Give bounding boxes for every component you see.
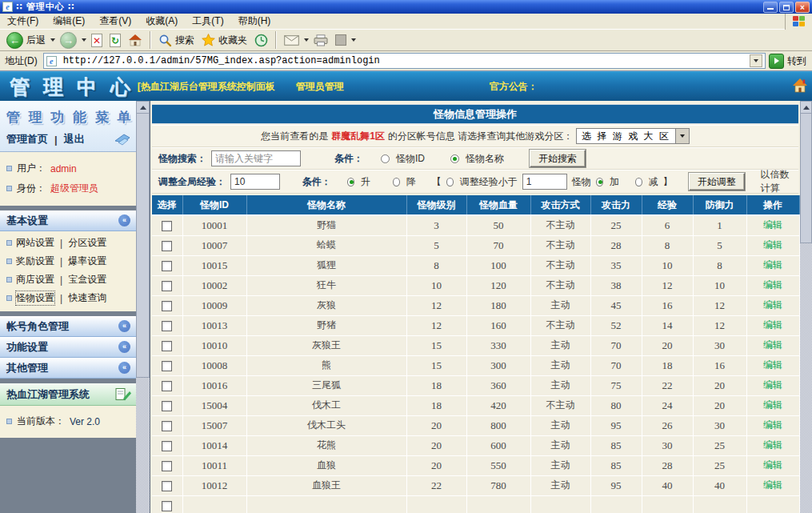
- radio-monster-name[interactable]: [450, 154, 459, 163]
- row-checkbox[interactable]: [162, 301, 172, 311]
- scrollbar-thumb[interactable]: [136, 114, 150, 378]
- back-dropdown-icon[interactable]: [50, 38, 55, 42]
- address-url[interactable]: http://127.0.0.1/admin/57MG_index.asp?ac…: [63, 55, 746, 66]
- menu-favorites[interactable]: 收藏(A): [138, 14, 185, 29]
- close-button[interactable]: ×: [795, 2, 810, 13]
- zone-select[interactable]: 选 择 游 戏 大 区: [576, 128, 690, 144]
- row-checkbox[interactable]: [162, 421, 172, 431]
- row-checkbox[interactable]: [162, 481, 172, 491]
- edit-link[interactable]: 编辑: [763, 239, 782, 250]
- menu-tools[interactable]: 工具(T): [185, 14, 230, 29]
- exp-multiplier-input[interactable]: [230, 174, 280, 190]
- print-button[interactable]: [311, 34, 330, 47]
- address-dropdown-button[interactable]: [750, 54, 762, 67]
- chevron-down-icon[interactable]: «: [118, 214, 130, 226]
- edit-link[interactable]: 编辑: [763, 479, 782, 491]
- link-zone-settings[interactable]: 分区设置: [68, 236, 106, 250]
- radio-exp-down-label[interactable]: 降: [406, 175, 416, 189]
- row-checkbox[interactable]: [162, 221, 172, 231]
- history-button[interactable]: [252, 33, 270, 48]
- row-checkbox[interactable]: [162, 281, 172, 291]
- row-checkbox[interactable]: [162, 501, 172, 511]
- section-other-management[interactable]: 其他管理 «: [0, 358, 136, 379]
- edit-button[interactable]: [333, 34, 349, 46]
- scrollbar-thumb[interactable]: [800, 114, 812, 243]
- link-quick-search[interactable]: 快速查询: [68, 291, 106, 305]
- menu-edit[interactable]: 编辑(E): [46, 14, 92, 29]
- link-site-settings[interactable]: 网站设置: [16, 236, 54, 250]
- row-checkbox[interactable]: [162, 241, 172, 251]
- edit-link[interactable]: 编辑: [763, 219, 782, 230]
- edit-link[interactable]: 编辑: [763, 319, 782, 331]
- row-checkbox[interactable]: [162, 341, 172, 351]
- edit-link[interactable]: 编辑: [763, 259, 782, 271]
- sidebar-exit-link[interactable]: 退出: [64, 132, 85, 146]
- start-search-button[interactable]: 开始搜索: [530, 150, 586, 167]
- radio-exp-add-label[interactable]: 加: [610, 175, 619, 189]
- radio-exp-add[interactable]: [596, 178, 603, 186]
- radio-monster-name-label[interactable]: 怪物名称: [466, 152, 504, 166]
- link-monster-settings[interactable]: 怪物设置: [16, 291, 54, 305]
- edit-link[interactable]: 编辑: [763, 359, 782, 371]
- menu-help[interactable]: 帮助(H): [231, 14, 278, 29]
- edit-link[interactable]: 编辑: [763, 419, 782, 431]
- search-button[interactable]: 搜索: [156, 33, 197, 48]
- forward-dropdown-icon[interactable]: [82, 38, 86, 42]
- mail-button[interactable]: [282, 34, 302, 46]
- edit-link[interactable]: 编辑: [763, 459, 782, 471]
- section-function-settings[interactable]: 功能设置 «: [0, 337, 136, 358]
- exp-threshold-input[interactable]: [522, 174, 567, 190]
- start-adjust-button[interactable]: 开始调整: [689, 173, 745, 190]
- scroll-up-button[interactable]: [800, 101, 812, 114]
- sidebar-home-link[interactable]: 管理首页: [6, 132, 48, 146]
- back-button[interactable]: ← 后退: [4, 31, 48, 50]
- mail-dropdown-icon[interactable]: [304, 38, 309, 42]
- go-button[interactable]: 转到: [769, 54, 810, 69]
- row-checkbox[interactable]: [162, 321, 172, 331]
- row-checkbox[interactable]: [162, 401, 172, 411]
- edit-link[interactable]: 编辑: [763, 379, 782, 391]
- link-treasurebox-settings[interactable]: 宝盒设置: [68, 273, 106, 287]
- minimize-button[interactable]: [763, 2, 778, 13]
- radio-exp-sub[interactable]: [635, 178, 642, 186]
- row-checkbox[interactable]: [162, 361, 172, 371]
- radio-monster-id-label[interactable]: 怪物ID: [396, 152, 425, 166]
- link-droprate-settings[interactable]: 爆率设置: [68, 254, 106, 268]
- banner-nav-admin[interactable]: 管理员管理: [296, 80, 344, 94]
- chevron-down-icon[interactable]: «: [118, 320, 130, 332]
- select-dropdown-icon[interactable]: [675, 129, 689, 143]
- address-field[interactable]: e http://127.0.0.1/admin/57MG_index.asp?…: [43, 53, 766, 69]
- link-reward-settings[interactable]: 奖励设置: [16, 254, 54, 268]
- sidebar-scrollbar[interactable]: [136, 101, 150, 513]
- row-checkbox[interactable]: [162, 261, 172, 271]
- exp-less-label[interactable]: 调整经验小于: [460, 175, 518, 189]
- row-checkbox[interactable]: [162, 381, 172, 391]
- radio-exp-sub-label[interactable]: 减: [649, 175, 658, 189]
- section-basic-settings[interactable]: 基本设置 «: [0, 210, 136, 231]
- radio-exp-down[interactable]: [393, 178, 400, 186]
- stop-button[interactable]: ✕: [89, 33, 105, 48]
- edit-link[interactable]: 编辑: [763, 279, 782, 291]
- refresh-button[interactable]: ↻: [107, 33, 123, 48]
- radio-exp-less-than[interactable]: [446, 178, 454, 186]
- home-button[interactable]: [126, 33, 145, 47]
- menu-view[interactable]: 查看(V): [92, 14, 138, 29]
- row-checkbox[interactable]: [162, 461, 172, 471]
- edit-link[interactable]: 编辑: [763, 299, 782, 311]
- edit-dropdown-icon[interactable]: [351, 38, 356, 42]
- scroll-up-button[interactable]: [136, 101, 150, 114]
- edit-link[interactable]: 编辑: [763, 439, 782, 451]
- edit-link[interactable]: 编辑: [763, 339, 782, 351]
- favorites-button[interactable]: 收藏夹: [199, 33, 250, 48]
- radio-exp-up-label[interactable]: 升: [361, 175, 370, 189]
- link-shop-settings[interactable]: 商店设置: [16, 273, 54, 287]
- section-account-role[interactable]: 帐号角色管理 «: [0, 316, 136, 337]
- forward-button[interactable]: →: [58, 31, 79, 50]
- content-scrollbar[interactable]: [800, 101, 812, 513]
- restore-button[interactable]: [779, 2, 794, 13]
- chevron-down-icon[interactable]: «: [118, 362, 130, 374]
- monster-search-input[interactable]: [211, 150, 301, 166]
- row-checkbox[interactable]: [162, 441, 172, 451]
- chevron-down-icon[interactable]: «: [118, 341, 130, 353]
- house-icon[interactable]: [792, 78, 808, 94]
